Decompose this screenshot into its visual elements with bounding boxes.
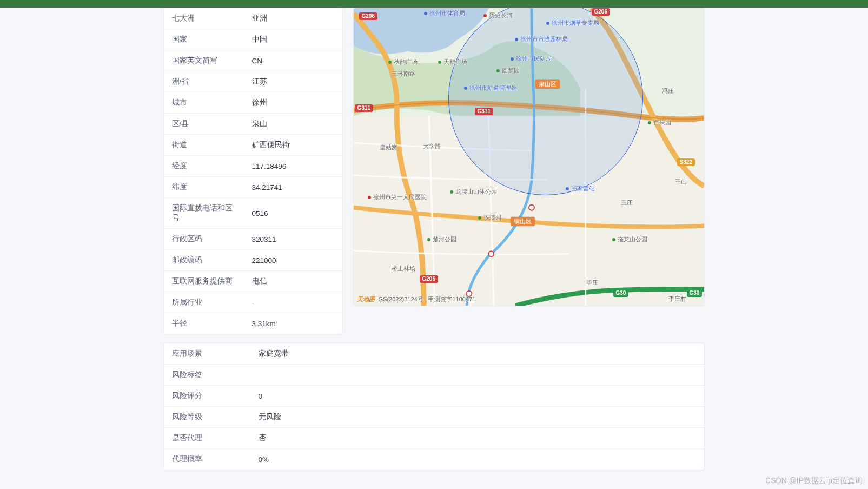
- ipinfo-row: 七大洲亚洲: [164, 8, 342, 29]
- ipinfo-value: 中国: [244, 29, 342, 50]
- upper-row: 七大洲亚洲国家中国国家英文简写CN洲/省江苏城市徐州区/县泉山街道矿西便民街经度…: [164, 8, 705, 334]
- ipinfo-value: 0516: [244, 198, 342, 229]
- map-poi-label[interactable]: 三环南路: [392, 70, 415, 78]
- map-poi-label[interactable]: 王庄: [621, 199, 633, 207]
- map-poi-label[interactable]: 王山: [675, 178, 687, 186]
- risk-row: 风险评分0: [164, 386, 704, 407]
- map-poi-label[interactable]: 徐州市民防局: [511, 55, 552, 63]
- ipinfo-value: 117.18496: [244, 156, 342, 177]
- ipinfo-row: 城市徐州: [164, 92, 342, 114]
- risk-value: 无风险: [251, 407, 704, 428]
- ipinfo-key: 纬度: [164, 177, 244, 198]
- map-route-badge: G206: [592, 8, 610, 16]
- map-poi-label[interactable]: 拖龙山公园: [612, 235, 647, 243]
- ipinfo-value: 电信: [244, 271, 342, 292]
- poi-dot-icon: [438, 61, 441, 64]
- ipinfo-value: 泉山: [244, 114, 342, 135]
- ipinfo-row: 半径3.31km: [164, 313, 342, 334]
- ipinfo-key: 国家英文简写: [164, 50, 244, 71]
- map-poi-label[interactable]: 毕庄: [586, 279, 598, 287]
- ipinfo-key: 半径: [164, 313, 244, 334]
- ipinfo-key: 经度: [164, 156, 244, 177]
- poi-dot-icon: [515, 38, 518, 41]
- ipinfo-key: 洲/省: [164, 71, 244, 92]
- poi-dot-icon: [546, 22, 549, 25]
- risk-table: 应用场景家庭宽带风险标签风险评分0风险等级无风险是否代理否代理概率0%: [164, 343, 704, 470]
- map-poi-label[interactable]: 徐州市市政园林局: [515, 35, 568, 43]
- ipinfo-row: 国际直拨电话和区号0516: [164, 198, 342, 229]
- map-poi-label[interactable]: 秋韵广场: [388, 58, 418, 66]
- map-poi-label[interactable]: 李庄村: [668, 295, 686, 303]
- page-watermark: CSDN @IP数据云ip定位查询: [765, 476, 863, 486]
- map-poi-label[interactable]: 徐州市航道管理处: [464, 84, 517, 92]
- risk-value: 0: [251, 386, 704, 407]
- map-poi-label[interactable]: 皇姑窝: [380, 143, 397, 151]
- ipinfo-key: 邮政编码: [164, 250, 244, 271]
- map-poi-label[interactable]: 圆梦园: [496, 67, 520, 75]
- ipinfo-row: 所属行业-: [164, 292, 342, 313]
- ipinfo-value: 江苏: [244, 71, 342, 92]
- ipinfo-row: 互联网服务提供商电信: [164, 271, 342, 292]
- ipinfo-row: 纬度34.21741: [164, 177, 342, 198]
- map-poi-label[interactable]: 天鹅广场: [438, 58, 467, 66]
- map-route-badge: G206: [420, 275, 438, 283]
- map-poi-label[interactable]: 徐州市烟草专卖局: [546, 19, 599, 27]
- map-poi-label[interactable]: 龙腰山山体公园: [450, 188, 497, 196]
- risk-key: 风险等级: [164, 407, 251, 428]
- map-poi-label[interactable]: 徐州市第一人民医院: [368, 193, 427, 201]
- risk-row: 应用场景家庭宽带: [164, 343, 704, 365]
- map-route-badge: G206: [359, 12, 377, 20]
- ipinfo-key: 国际直拨电话和区号: [164, 198, 244, 229]
- map-route-badge: S322: [677, 158, 695, 166]
- ipinfo-row: 行政区码320311: [164, 229, 342, 250]
- map-poi-label[interactable]: 大学路: [423, 142, 441, 150]
- ipinfo-key: 七大洲: [164, 8, 244, 29]
- risk-value: 0%: [251, 449, 704, 470]
- ipinfo-value: 221000: [244, 250, 342, 271]
- ipinfo-key: 所属行业: [164, 292, 244, 313]
- ipinfo-value: CN: [244, 50, 342, 71]
- risk-value: 否: [251, 428, 704, 449]
- svg-point-2: [488, 251, 494, 256]
- poi-dot-icon: [648, 121, 651, 124]
- ipinfo-row: 街道矿西便民街: [164, 135, 342, 156]
- ipinfo-key: 城市: [164, 92, 244, 114]
- poi-dot-icon: [427, 238, 430, 241]
- map-attribution: 天地图 GS(2022)3124号 - 甲测资字1100471: [357, 295, 476, 303]
- map-district-badge[interactable]: 铜山区: [511, 217, 535, 226]
- risk-row: 风险等级无风险: [164, 407, 704, 428]
- ipinfo-key: 区/县: [164, 114, 244, 135]
- map-poi-label[interactable]: 楚河公园: [427, 235, 456, 243]
- ipinfo-value: 矿西便民街: [244, 135, 342, 156]
- risk-value: [251, 365, 704, 386]
- map-poi-label[interactable]: 高家营站: [566, 184, 595, 193]
- map-poi-label[interactable]: 冯庄: [662, 87, 674, 95]
- map-district-badge[interactable]: 泉山区: [535, 80, 560, 89]
- poi-dot-icon: [388, 61, 392, 64]
- ip-info-card: 七大洲亚洲国家中国国家英文简写CN洲/省江苏城市徐州区/县泉山街道矿西便民街经度…: [164, 8, 342, 334]
- ipinfo-key: 国家: [164, 29, 244, 50]
- page: 七大洲亚洲国家中国国家英文简写CN洲/省江苏城市徐州区/县泉山街道矿西便民街经度…: [0, 8, 868, 470]
- poi-dot-icon: [496, 69, 500, 72]
- poi-dot-icon: [566, 187, 569, 190]
- browser-top-accent: [0, 0, 868, 8]
- map-poi-label[interactable]: 历史长河: [483, 11, 513, 19]
- ipinfo-key: 互联网服务提供商: [164, 271, 244, 292]
- poi-dot-icon: [612, 238, 615, 241]
- ipinfo-row: 国家中国: [164, 29, 342, 50]
- risk-row: 代理概率0%: [164, 449, 704, 470]
- risk-value: 家庭宽带: [251, 343, 704, 365]
- ipinfo-value: 3.31km: [244, 313, 342, 334]
- risk-row: 风险标签: [164, 365, 704, 386]
- map-poi-label[interactable]: 徐州市体育局: [424, 9, 465, 17]
- map-panel[interactable]: 泉山区铜山区 G206G206G206G311G311G30G30S322 徐州…: [353, 8, 705, 306]
- map-poi-label[interactable]: 百果园: [648, 118, 671, 127]
- map-poi-label[interactable]: 桥上林场: [392, 265, 415, 273]
- content-wrapper: 七大洲亚洲国家中国国家英文简写CN洲/省江苏城市徐州区/县泉山街道矿西便民街经度…: [164, 8, 705, 470]
- map-route-badge: G30: [687, 289, 703, 297]
- ipinfo-value: 徐州: [244, 92, 342, 114]
- poi-dot-icon: [368, 196, 371, 199]
- risk-card: 应用场景家庭宽带风险标签风险评分0风险等级无风险是否代理否代理概率0%: [164, 343, 705, 470]
- map-poi-label[interactable]: 玫瑰园: [478, 214, 501, 222]
- ipinfo-value: 亚洲: [244, 8, 342, 29]
